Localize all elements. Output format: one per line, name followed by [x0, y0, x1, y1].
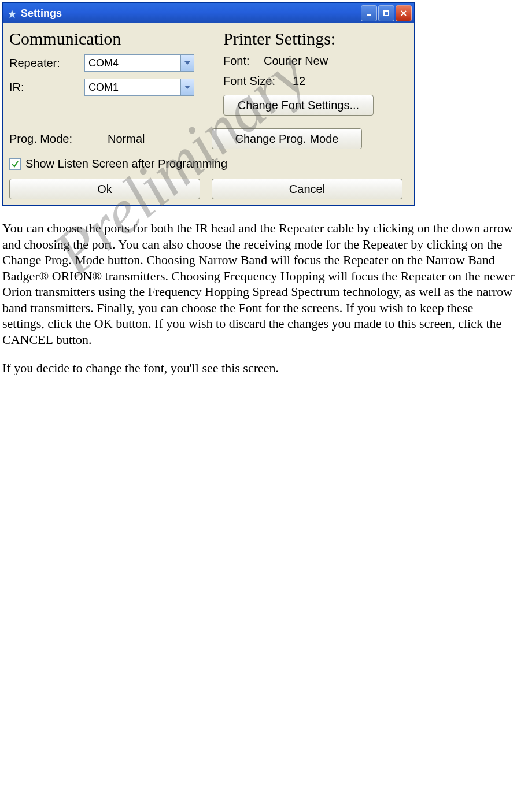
- app-icon: [7, 8, 17, 18]
- ir-label: IR:: [9, 81, 84, 94]
- svg-rect-0: [367, 14, 371, 16]
- paragraph-1: You can choose the ports for both the IR…: [2, 220, 515, 347]
- fontsize-value: 12: [293, 75, 305, 88]
- show-listen-label: Show Listen Screen after Programming: [25, 157, 227, 170]
- ir-value: COM1: [85, 81, 180, 94]
- close-button[interactable]: [396, 5, 412, 21]
- show-listen-checkbox[interactable]: [9, 158, 21, 170]
- titlebar: Settings: [3, 3, 414, 23]
- repeater-combobox[interactable]: COM4: [84, 54, 194, 72]
- maximize-button[interactable]: [378, 5, 394, 21]
- window-title: Settings: [21, 8, 360, 20]
- repeater-label: Repeater:: [9, 57, 84, 70]
- svg-rect-1: [384, 11, 389, 16]
- ir-combobox[interactable]: COM1: [84, 79, 194, 96]
- cancel-button[interactable]: Cancel: [212, 179, 402, 199]
- document-body: You can choose the ports for both the IR…: [2, 220, 515, 376]
- font-label: Font:: [223, 54, 264, 68]
- paragraph-2: If you decide to change the font, you'll…: [2, 360, 515, 376]
- change-prog-mode-button[interactable]: Change Prog. Mode: [212, 128, 362, 149]
- communication-heading: Communication: [9, 29, 212, 49]
- prog-mode-value: Normal: [108, 132, 212, 146]
- settings-dialog: Settings Communication Repeater: CO: [2, 2, 415, 206]
- change-font-button[interactable]: Change Font Settings...: [223, 95, 374, 116]
- repeater-value: COM4: [85, 57, 180, 69]
- chevron-down-icon: [180, 55, 194, 71]
- ok-button[interactable]: Ok: [9, 179, 200, 199]
- prog-mode-label: Prog. Mode:: [9, 132, 108, 146]
- chevron-down-icon: [180, 79, 194, 95]
- printer-settings-heading: Printer Settings:: [223, 29, 408, 49]
- minimize-button[interactable]: [361, 5, 377, 21]
- font-value: Courier New: [264, 54, 328, 68]
- fontsize-label: Font Size:: [223, 75, 293, 88]
